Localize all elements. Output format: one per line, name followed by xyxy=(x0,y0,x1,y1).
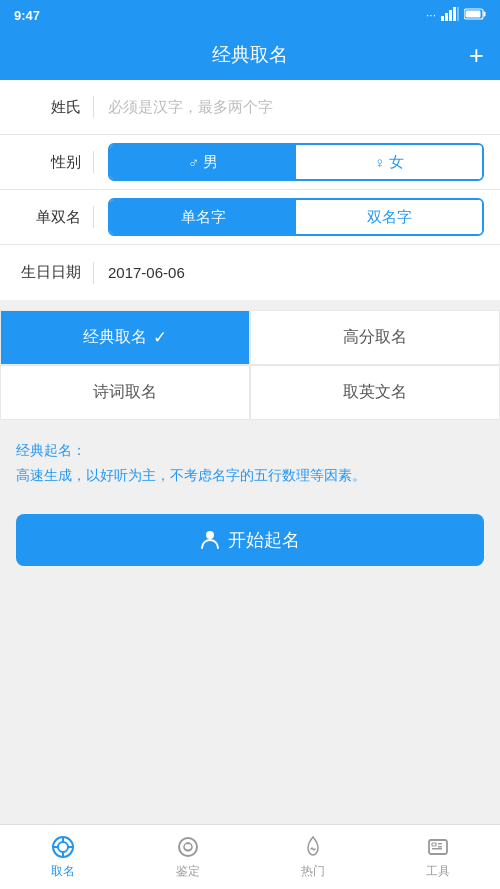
signal-dots-icon: ··· xyxy=(426,8,436,22)
svg-rect-2 xyxy=(449,10,452,21)
gender-male-button[interactable]: ♂ 男 xyxy=(110,145,296,179)
svg-rect-7 xyxy=(466,10,481,17)
svg-rect-1 xyxy=(445,13,448,21)
svg-rect-6 xyxy=(484,11,486,16)
start-naming-label: 开始起名 xyxy=(228,528,300,552)
svg-rect-4 xyxy=(457,7,459,21)
naming-nav-label: 取名 xyxy=(51,863,75,880)
english-naming-label: 取英文名 xyxy=(343,382,407,403)
svg-point-10 xyxy=(58,842,68,852)
surname-input[interactable]: 必须是汉字，最多两个字 xyxy=(108,98,273,117)
svg-rect-0 xyxy=(441,16,444,21)
name-double-label: 双名字 xyxy=(367,208,412,227)
svg-point-17 xyxy=(187,843,189,845)
gender-divider xyxy=(93,151,94,173)
gender-toggle: ♂ 男 ♀ 女 xyxy=(108,143,484,181)
start-button-section: 开始起名 xyxy=(0,500,500,584)
nav-tools[interactable]: 工具 xyxy=(375,825,500,889)
main-content: 姓氏 必须是汉字，最多两个字 性别 ♂ 男 ♀ 女 单双名 xyxy=(0,80,500,584)
header-title: 经典取名 xyxy=(212,42,288,68)
nav-naming[interactable]: 取名 xyxy=(0,825,125,889)
naming-nav-icon xyxy=(50,834,76,860)
app-header: 经典取名 + xyxy=(0,30,500,80)
surname-label: 姓氏 xyxy=(16,98,81,117)
classic-naming-button[interactable]: 经典取名 ✓ xyxy=(0,310,250,365)
tools-nav-icon xyxy=(425,834,451,860)
name-single-button[interactable]: 单名字 xyxy=(110,200,296,234)
svg-rect-19 xyxy=(432,843,436,846)
svg-rect-3 xyxy=(453,7,456,21)
status-time: 9:47 xyxy=(14,8,40,23)
classic-naming-label: 经典取名 xyxy=(83,327,147,348)
desc-title: 经典起名： xyxy=(16,442,484,460)
description-section: 经典起名： 高速生成，以好听为主，不考虑名字的五行数理等因素。 xyxy=(0,430,500,500)
svg-rect-22 xyxy=(432,848,442,850)
name-type-toggle: 单名字 双名字 xyxy=(108,198,484,236)
svg-point-8 xyxy=(206,531,214,539)
gender-female-button[interactable]: ♀ 女 xyxy=(296,145,482,179)
desc-text: 高速生成，以好听为主，不考虑名字的五行数理等因素。 xyxy=(16,464,484,486)
high-score-naming-label: 高分取名 xyxy=(343,327,407,348)
male-label: 男 xyxy=(203,153,218,172)
checkmark-icon: ✓ xyxy=(153,327,167,348)
identify-nav-label: 鉴定 xyxy=(176,863,200,880)
identify-nav-icon xyxy=(175,834,201,860)
surname-row: 姓氏 必须是汉字，最多两个字 xyxy=(0,80,500,135)
poetry-naming-label: 诗词取名 xyxy=(93,382,157,403)
tools-nav-label: 工具 xyxy=(426,863,450,880)
status-icons: ··· xyxy=(426,7,486,24)
birthdate-label: 生日日期 xyxy=(16,263,81,282)
name-type-grid: 经典取名 ✓ 高分取名 诗词取名 取英文名 xyxy=(0,310,500,420)
person-icon xyxy=(200,530,220,550)
name-double-button[interactable]: 双名字 xyxy=(296,200,482,234)
signal-bars-icon xyxy=(441,7,459,24)
start-naming-button[interactable]: 开始起名 xyxy=(16,514,484,566)
battery-icon xyxy=(464,8,486,23)
name-type-section: 经典取名 ✓ 高分取名 诗词取名 取英文名 xyxy=(0,310,500,420)
svg-rect-20 xyxy=(438,843,442,845)
add-button[interactable]: + xyxy=(469,40,484,71)
name-type-row: 单双名 单名字 双名字 xyxy=(0,190,500,245)
name-type-label: 单双名 xyxy=(16,208,81,227)
female-icon: ♀ xyxy=(374,154,385,171)
svg-rect-21 xyxy=(438,846,442,848)
surname-divider xyxy=(93,96,94,118)
form-section: 姓氏 必须是汉字，最多两个字 性别 ♂ 男 ♀ 女 单双名 xyxy=(0,80,500,300)
svg-point-15 xyxy=(179,838,197,856)
birthdate-value[interactable]: 2017-06-06 xyxy=(108,264,185,281)
bottom-nav: 取名 鉴定 热门 xyxy=(0,824,500,889)
nav-hot[interactable]: 热门 xyxy=(250,825,375,889)
high-score-naming-button[interactable]: 高分取名 xyxy=(250,310,500,365)
birthdate-divider xyxy=(93,262,94,284)
poetry-naming-button[interactable]: 诗词取名 xyxy=(0,365,250,420)
status-bar: 9:47 ··· xyxy=(0,0,500,30)
name-type-divider xyxy=(93,206,94,228)
hot-nav-icon xyxy=(300,834,326,860)
english-naming-button[interactable]: 取英文名 xyxy=(250,365,500,420)
gender-row: 性别 ♂ 男 ♀ 女 xyxy=(0,135,500,190)
nav-identify[interactable]: 鉴定 xyxy=(125,825,250,889)
hot-nav-label: 热门 xyxy=(301,863,325,880)
female-label: 女 xyxy=(389,153,404,172)
birthdate-row: 生日日期 2017-06-06 xyxy=(0,245,500,300)
male-icon: ♂ xyxy=(188,154,199,171)
name-single-label: 单名字 xyxy=(181,208,226,227)
gender-label: 性别 xyxy=(16,153,81,172)
